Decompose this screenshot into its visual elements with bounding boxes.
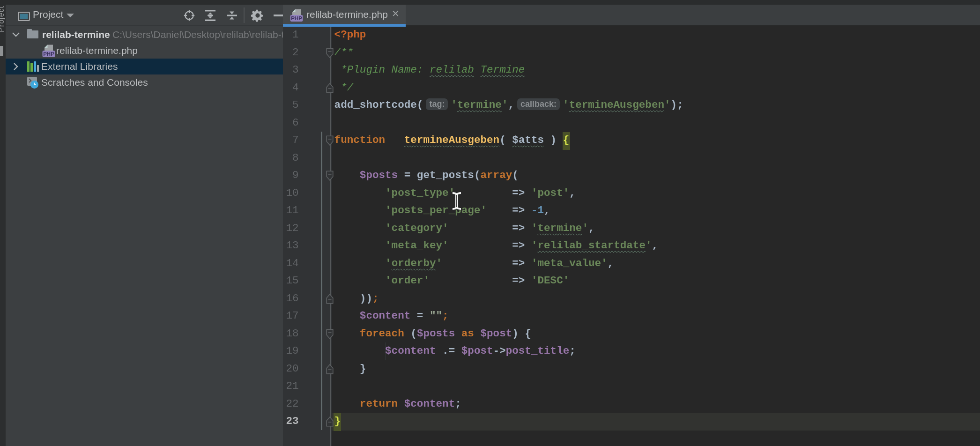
svg-text:PHP: PHP [43, 51, 54, 57]
svg-text:PHP: PHP [291, 15, 302, 21]
